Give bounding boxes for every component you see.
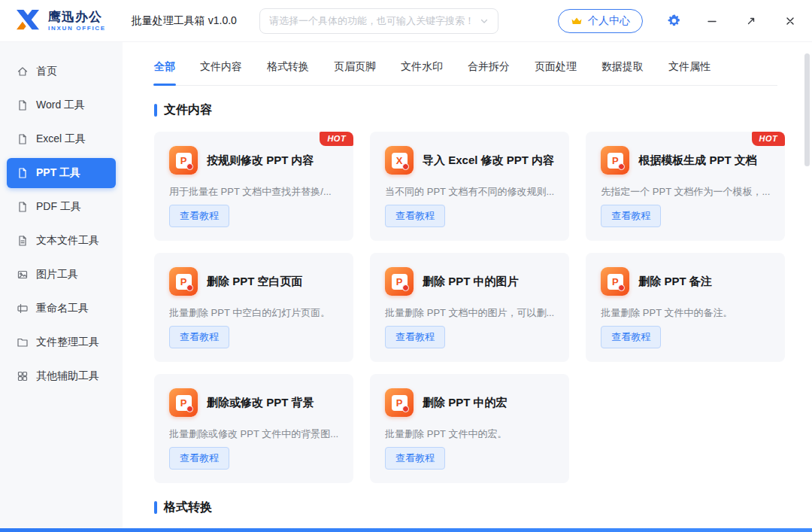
tool-card-desc: 批量删除 PPT 文档中的图片，可以删... bbox=[385, 306, 554, 320]
tool-card-title: 删除 PPT 中的宏 bbox=[423, 395, 508, 410]
tool-card[interactable]: P 删除或修改 PPT 背景 批量删除或修改 PPT 文件中的背景图... 查看… bbox=[154, 374, 353, 483]
home-icon bbox=[17, 65, 29, 78]
tab-merge-split[interactable]: 合并拆分 bbox=[468, 60, 510, 85]
main-content: 全部文件内容格式转换页眉页脚文件水印合并拆分页面处理数据提取文件属性 文件内容 … bbox=[123, 42, 812, 528]
content-area: 文件内容 HOT P 按规则修改 PPT 内容 用于批量在 PPT 文档中查找并… bbox=[154, 102, 777, 528]
tool-card-header: P 删除 PPT 备注 bbox=[601, 267, 770, 296]
card-grid: HOT P 按规则修改 PPT 内容 用于批量在 PPT 文档中查找并替换/..… bbox=[154, 132, 777, 483]
function-search-box[interactable] bbox=[259, 8, 498, 34]
rename-icon bbox=[17, 302, 29, 315]
doc-icon bbox=[17, 201, 29, 213]
ppt-edit-icon: P bbox=[169, 146, 198, 175]
tool-card[interactable]: P 删除 PPT 中的宏 批量删除 PPT 文件中的宏。 查看教程 bbox=[370, 374, 569, 483]
view-tutorial-button[interactable]: 查看教程 bbox=[601, 326, 661, 348]
tab-all[interactable]: 全部 bbox=[154, 60, 175, 85]
view-tutorial-button[interactable]: 查看教程 bbox=[169, 205, 229, 227]
logo-x-icon bbox=[14, 8, 42, 34]
settings-gear-icon[interactable] bbox=[665, 12, 683, 29]
tab-watermark[interactable]: 文件水印 bbox=[401, 60, 443, 85]
other-icon bbox=[17, 370, 29, 382]
bottom-accent-bar bbox=[0, 528, 812, 532]
minimize-button[interactable] bbox=[704, 13, 720, 29]
sidebar-item-excel[interactable]: Excel 工具 bbox=[7, 124, 116, 154]
tool-card-title: 按规则修改 PPT 内容 bbox=[207, 153, 314, 168]
tool-card-header: P 删除 PPT 中的图片 bbox=[385, 267, 554, 296]
sidebar-item-ppt[interactable]: PPT 工具 bbox=[7, 158, 116, 188]
sidebar-item-other-tools[interactable]: 其他辅助工具 bbox=[7, 361, 116, 391]
ppt-image-icon: P bbox=[385, 267, 414, 296]
app-logo: 鹰迅办公 INXUN OFFICE bbox=[14, 8, 106, 34]
sidebar-item-label: PPT 工具 bbox=[36, 166, 80, 180]
sidebar-item-label: PDF 工具 bbox=[36, 200, 81, 214]
sidebar-item-text-file[interactable]: 文本文件工具 bbox=[7, 226, 116, 256]
sidebar-item-image[interactable]: 图片工具 bbox=[7, 260, 116, 290]
view-tutorial-button[interactable]: 查看教程 bbox=[601, 205, 661, 227]
view-tutorial-button[interactable]: 查看教程 bbox=[385, 447, 445, 470]
sidebar: 首页 Word 工具 Excel 工具 PPT 工具 PDF 工具 文本文件工具… bbox=[0, 42, 123, 528]
tab-data-extract[interactable]: 数据提取 bbox=[601, 60, 644, 85]
tool-card[interactable]: HOT P 根据模板生成 PPT 文档 先指定一个 PPT 文档作为一个模板，.… bbox=[586, 132, 785, 241]
tool-card[interactable]: P 删除 PPT 备注 批量删除 PPT 文件中的备注。 查看教程 bbox=[586, 253, 785, 362]
hot-badge: HOT bbox=[320, 132, 353, 146]
view-tutorial-button[interactable]: 查看教程 bbox=[169, 326, 229, 348]
chevron-down-icon[interactable] bbox=[480, 17, 489, 26]
app-name: 鹰迅办公 bbox=[48, 10, 106, 25]
ppt-template-icon: P bbox=[601, 146, 629, 175]
tool-card[interactable]: HOT P 按规则修改 PPT 内容 用于批量在 PPT 文档中查找并替换/..… bbox=[154, 132, 353, 241]
folder-icon bbox=[17, 336, 29, 348]
search-input[interactable] bbox=[269, 15, 474, 26]
tool-card-title: 删除 PPT 中的图片 bbox=[423, 274, 519, 289]
text-icon bbox=[17, 235, 29, 247]
doc-icon bbox=[17, 99, 29, 111]
sidebar-item-label: 首页 bbox=[36, 65, 57, 78]
tool-card-header: P 删除 PPT 中的宏 bbox=[385, 388, 554, 417]
sidebar-item-file-organize[interactable]: 文件整理工具 bbox=[7, 327, 116, 357]
user-center-button[interactable]: 个人中心 bbox=[558, 9, 643, 33]
tool-card-desc: 用于批量在 PPT 文档中查找并替换/... bbox=[169, 185, 338, 199]
tool-card-title: 导入 Excel 修改 PPT 内容 bbox=[423, 153, 554, 168]
close-button[interactable] bbox=[782, 13, 798, 29]
tool-card[interactable]: X 导入 Excel 修改 PPT 内容 当不同的 PPT 文档有不同的修改规则… bbox=[370, 132, 569, 241]
excel-import-icon: X bbox=[385, 146, 414, 175]
image-icon bbox=[17, 269, 29, 281]
ppt-notes-icon: P bbox=[601, 267, 629, 296]
sidebar-item-label: 文本文件工具 bbox=[36, 234, 99, 248]
sidebar-item-rename[interactable]: 重命名工具 bbox=[7, 293, 116, 324]
sidebar-item-label: 文件整理工具 bbox=[36, 336, 99, 349]
doc-icon bbox=[17, 133, 29, 145]
sidebar-item-label: Word 工具 bbox=[36, 99, 85, 112]
section-title: 格式转换 bbox=[154, 500, 777, 515]
tab-page-process[interactable]: 页面处理 bbox=[535, 60, 577, 85]
sidebar-item-label: Excel 工具 bbox=[36, 132, 86, 146]
section-title: 文件内容 bbox=[154, 102, 777, 118]
tool-card-title: 删除 PPT 备注 bbox=[638, 274, 712, 289]
ppt-background-icon: P bbox=[169, 388, 198, 417]
maximize-button[interactable] bbox=[743, 13, 759, 29]
tool-card-title: 删除 PPT 空白页面 bbox=[207, 274, 303, 289]
tool-card-desc: 先指定一个 PPT 文档作为一个模板，... bbox=[601, 185, 770, 199]
sidebar-item-word[interactable]: Word 工具 bbox=[7, 90, 116, 120]
tab-header-footer[interactable]: 页眉页脚 bbox=[334, 60, 376, 85]
ppt-blank-page-icon: P bbox=[169, 267, 198, 296]
sidebar-item-pdf[interactable]: PDF 工具 bbox=[7, 192, 116, 222]
view-tutorial-button[interactable]: 查看教程 bbox=[169, 447, 229, 470]
scrollbar-thumb[interactable] bbox=[804, 53, 810, 166]
tool-card-header: P 删除或修改 PPT 背景 bbox=[169, 388, 338, 417]
tab-format-convert[interactable]: 格式转换 bbox=[267, 60, 309, 85]
tool-card-desc: 批量删除 PPT 文件中的备注。 bbox=[601, 306, 770, 320]
tool-card[interactable]: P 删除 PPT 空白页面 批量删除 PPT 中空白的幻灯片页面。 查看教程 bbox=[154, 253, 353, 362]
tool-card-desc: 批量删除 PPT 文件中的宏。 bbox=[385, 427, 554, 441]
tab-file-props[interactable]: 文件属性 bbox=[668, 60, 710, 85]
app-name-en: INXUN OFFICE bbox=[48, 25, 106, 32]
view-tutorial-button[interactable]: 查看教程 bbox=[385, 205, 445, 227]
tool-card-desc: 批量删除 PPT 中空白的幻灯片页面。 bbox=[169, 306, 338, 320]
sidebar-item-home[interactable]: 首页 bbox=[7, 56, 116, 87]
scrollbar[interactable] bbox=[804, 44, 810, 526]
app-window: 鹰迅办公 INXUN OFFICE 批量处理工具箱 v1.0.0 个人中心 bbox=[0, 0, 812, 532]
view-tutorial-button[interactable]: 查看教程 bbox=[385, 326, 445, 348]
tab-file-content[interactable]: 文件内容 bbox=[200, 60, 242, 85]
ppt-macro-icon: P bbox=[385, 388, 414, 417]
app-body: 首页 Word 工具 Excel 工具 PPT 工具 PDF 工具 文本文件工具… bbox=[0, 42, 812, 528]
doc-icon bbox=[17, 167, 29, 179]
tool-card[interactable]: P 删除 PPT 中的图片 批量删除 PPT 文档中的图片，可以删... 查看教… bbox=[370, 253, 569, 362]
